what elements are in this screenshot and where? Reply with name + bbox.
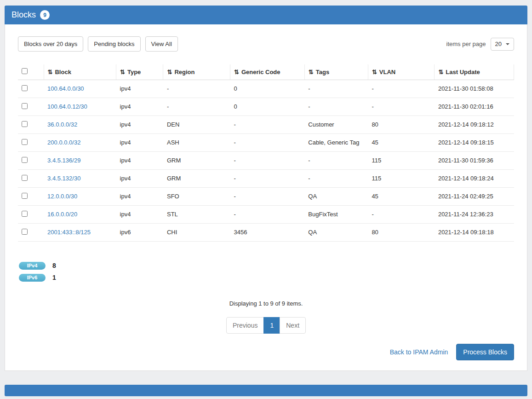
- block-link[interactable]: 36.0.0.0/32: [47, 121, 77, 128]
- row-select-checkbox[interactable]: [22, 157, 28, 163]
- page-title: Blocks: [11, 10, 36, 20]
- pending-blocks-button[interactable]: Pending blocks: [88, 36, 140, 52]
- column-header-generic-code[interactable]: ⇅Generic Code: [230, 64, 305, 80]
- vlan-cell: 45: [368, 133, 435, 151]
- ipv4-count: 8: [52, 262, 56, 269]
- vlan-cell: 80: [368, 116, 435, 133]
- sort-icon: ⇅: [120, 69, 125, 75]
- block-link[interactable]: 100.64.0.12/30: [47, 103, 87, 110]
- block-link[interactable]: 16.0.0.0/20: [47, 211, 77, 218]
- type-cell: ipv4: [116, 98, 163, 116]
- block-cell: 100.64.0.12/30: [44, 98, 116, 116]
- generic-code-cell: -: [230, 187, 305, 205]
- items-per-page-label: items per page: [446, 40, 486, 47]
- next-page-button[interactable]: Next: [280, 317, 306, 334]
- region-cell: -: [163, 98, 230, 116]
- region-cell: GRM: [163, 169, 230, 187]
- vlan-cell: 115: [368, 151, 435, 169]
- generic-code-cell: -: [230, 151, 305, 169]
- block-link[interactable]: 3.4.5.132/30: [47, 175, 80, 182]
- row-select-checkbox[interactable]: [22, 85, 28, 91]
- items-per-page-select[interactable]: 20: [491, 38, 514, 51]
- column-header-block[interactable]: ⇅Block: [44, 64, 116, 80]
- ipv4-summary-row: IPv4 8: [19, 262, 514, 270]
- type-cell: ipv4: [116, 133, 163, 151]
- table-row: 16.0.0.0/20ipv4STL-BugFixTest-2021-11-24…: [18, 205, 514, 223]
- block-link[interactable]: 100.64.0.0/30: [47, 85, 84, 92]
- select-all-checkbox[interactable]: [22, 68, 28, 74]
- row-select-cell: [18, 80, 44, 98]
- type-cell: ipv4: [116, 151, 163, 169]
- tags-cell: -: [304, 151, 368, 169]
- ipv6-badge: IPv6: [19, 274, 46, 282]
- tags-cell: -: [304, 80, 368, 98]
- type-summary: IPv4 8 IPv6 1: [19, 262, 514, 282]
- blocks-table: ⇅Block ⇅Type ⇅Region ⇅Generic Code ⇅Tags…: [18, 64, 514, 242]
- row-select-checkbox[interactable]: [22, 139, 28, 145]
- last-update-cell: 2021-11-30 01:59:36: [435, 151, 514, 169]
- column-header-vlan[interactable]: ⇅VLAN: [368, 64, 435, 80]
- caret-down-icon: [506, 43, 509, 45]
- sort-icon: ⇅: [234, 69, 239, 75]
- page-1-button[interactable]: 1: [263, 317, 280, 334]
- vlan-cell: -: [368, 80, 435, 98]
- row-select-checkbox[interactable]: [22, 121, 28, 127]
- table-body: 100.64.0.0/30ipv4-0--2021-11-30 01:58:08…: [18, 80, 514, 241]
- view-all-button[interactable]: View All: [145, 36, 178, 52]
- process-blocks-button[interactable]: Process Blocks: [456, 344, 514, 360]
- blocks-count-badge: 9: [40, 10, 50, 20]
- region-cell: GRM: [163, 151, 230, 169]
- sort-icon: ⇅: [309, 69, 314, 75]
- table-row: 12.0.0.0/30ipv4SFO-QA452021-11-24 02:49:…: [18, 187, 514, 205]
- type-cell: ipv4: [116, 116, 163, 133]
- column-header-type[interactable]: ⇅Type: [116, 64, 163, 80]
- row-select-cell: [18, 187, 44, 205]
- generic-code-cell: -: [230, 133, 305, 151]
- row-select-checkbox[interactable]: [22, 175, 28, 181]
- tags-cell: BugFixTest: [304, 205, 368, 223]
- previous-page-button[interactable]: Previous: [226, 317, 264, 334]
- last-update-cell: 2021-11-30 01:58:08: [435, 80, 514, 98]
- sort-icon: ⇅: [438, 69, 443, 75]
- footer-bar: [5, 385, 527, 396]
- blocks-over-20-days-button[interactable]: Blocks over 20 days: [18, 36, 83, 52]
- row-select-checkbox[interactable]: [22, 193, 28, 199]
- column-header-tags[interactable]: ⇅Tags: [304, 64, 368, 80]
- items-per-page: items per page 20: [446, 38, 514, 51]
- row-select-checkbox[interactable]: [22, 229, 28, 235]
- region-cell: ASH: [163, 133, 230, 151]
- row-select-cell: [18, 151, 44, 169]
- vlan-cell: 115: [368, 169, 435, 187]
- column-label: Type: [127, 69, 141, 75]
- bottom-actions: Back to IPAM Admin Process Blocks: [390, 344, 514, 360]
- column-label: Tags: [316, 69, 329, 75]
- row-select-cell: [18, 116, 44, 133]
- block-link[interactable]: 3.4.5.136/29: [47, 157, 80, 164]
- region-cell: SFO: [163, 187, 230, 205]
- panel-heading: Blocks 9: [5, 6, 527, 24]
- last-update-cell: 2021-12-14 09:18:24: [435, 169, 514, 187]
- block-link[interactable]: 200.0.0.0/32: [47, 139, 80, 146]
- row-select-cell: [18, 223, 44, 241]
- column-header-region[interactable]: ⇅Region: [163, 64, 230, 80]
- ipv6-count: 1: [52, 274, 56, 281]
- vlan-cell: -: [368, 98, 435, 116]
- block-cell: 2001:433::8/125: [44, 223, 116, 241]
- table-row: 200.0.0.0/32ipv4ASH-Cable, Generic Tag45…: [18, 133, 514, 151]
- row-select-checkbox[interactable]: [22, 103, 28, 109]
- vlan-cell: 80: [368, 223, 435, 241]
- column-label: Generic Code: [241, 69, 280, 75]
- block-link[interactable]: 12.0.0.0/30: [47, 193, 77, 200]
- back-to-ipam-admin-link[interactable]: Back to IPAM Admin: [390, 348, 448, 356]
- table-header-row: ⇅Block ⇅Type ⇅Region ⇅Generic Code ⇅Tags…: [18, 64, 514, 80]
- block-link[interactable]: 2001:433::8/125: [47, 229, 91, 236]
- column-label: Block: [55, 69, 71, 75]
- row-select-checkbox[interactable]: [22, 211, 28, 217]
- tags-cell: -: [304, 169, 368, 187]
- column-header-last-update[interactable]: ⇅Last Update: [435, 64, 514, 80]
- toolbar: Blocks over 20 days Pending blocks View …: [18, 36, 514, 52]
- last-update-cell: 2021-12-14 09:18:12: [435, 116, 514, 133]
- items-per-page-value: 20: [495, 40, 502, 47]
- block-cell: 100.64.0.0/30: [44, 80, 116, 98]
- region-cell: STL: [163, 205, 230, 223]
